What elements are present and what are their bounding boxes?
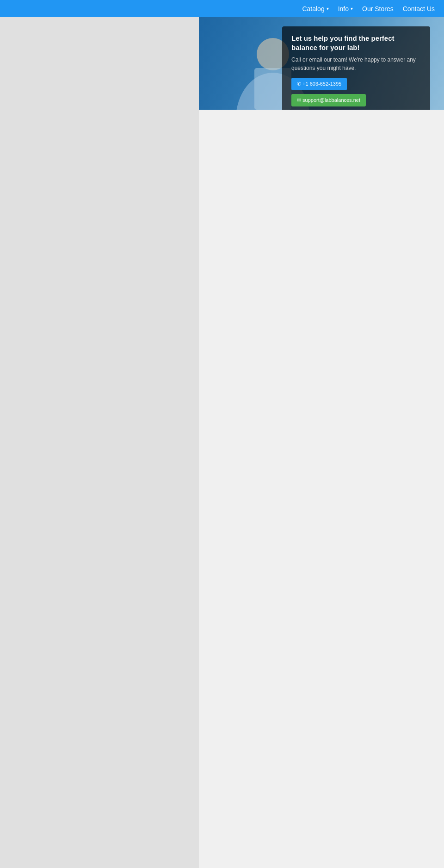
phone-button[interactable]: ✆ +1 603-652-1395 xyxy=(291,78,347,90)
catalog-chevron-icon: ▾ xyxy=(327,6,329,11)
nav-contact[interactable]: Contact Us xyxy=(403,5,435,12)
right-panel: Let us help you find the perfect balance… xyxy=(199,17,444,868)
nav-stores[interactable]: Our Stores xyxy=(362,5,394,12)
left-panel xyxy=(0,17,199,868)
hero-headline: Let us help you find the perfect balance… xyxy=(291,34,421,52)
page-wrapper: Let us help you find the perfect balance… xyxy=(0,17,444,868)
nav-info[interactable]: Info ▾ xyxy=(338,5,353,12)
navbar: Catalog ▾ Info ▾ Our Stores Contact Us xyxy=(0,0,444,17)
hero-buttons: ✆ +1 603-652-1395 ✉ support@labbalances.… xyxy=(291,78,421,106)
email-button[interactable]: ✉ support@labbalances.net xyxy=(291,94,366,106)
hero-subtext: Call or email our team! We're happy to a… xyxy=(291,56,421,72)
hero-section: Let us help you find the perfect balance… xyxy=(199,17,444,110)
hero-overlay: Let us help you find the perfect balance… xyxy=(282,26,430,110)
info-chevron-icon: ▾ xyxy=(351,6,353,11)
nav-catalog[interactable]: Catalog ▾ xyxy=(302,5,328,12)
